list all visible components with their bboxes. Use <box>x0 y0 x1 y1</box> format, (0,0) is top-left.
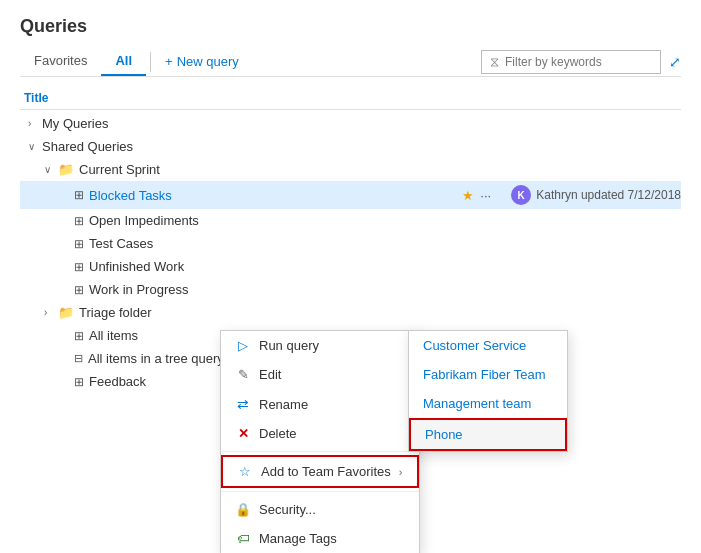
submenu-item-customer-service[interactable]: Customer Service <box>409 331 567 360</box>
expand-icon[interactable]: ⤢ <box>669 54 681 70</box>
label-triage-folder: Triage folder <box>79 305 152 320</box>
tag-icon: 🏷 <box>235 531 251 546</box>
query-icon-all-items-tree: ⊟ <box>74 352 83 365</box>
context-menu-run-query[interactable]: ▷ Run query <box>221 331 419 360</box>
context-menu-security[interactable]: 🔒 Security... <box>221 495 419 524</box>
submenu-arrow-icon: › <box>399 466 403 478</box>
query-tree: › My Queries ∨ Shared Queries ∨ 📁 Curren… <box>20 112 681 393</box>
delete-icon: ✕ <box>235 426 251 441</box>
run-query-label: Run query <box>259 338 319 353</box>
manage-tags-label: Manage Tags <box>259 531 337 546</box>
tree-item-current-sprint[interactable]: ∨ 📁 Current Sprint <box>20 158 681 181</box>
query-icon-blocked: ⊞ <box>74 188 84 202</box>
tree-item-work-in-progress[interactable]: ⊞ Work in Progress <box>20 278 681 301</box>
label-current-sprint: Current Sprint <box>79 162 160 177</box>
updated-text-blocked: Kathryn updated 7/12/2018 <box>536 188 681 202</box>
rename-icon: ⇄ <box>235 396 251 412</box>
page-title: Queries <box>20 16 681 37</box>
tree-item-open-impediments[interactable]: ⊞ Open Impediments <box>20 209 681 232</box>
rename-label: Rename <box>259 397 308 412</box>
chevron-shared-queries: ∨ <box>28 141 42 152</box>
tree-item-shared-queries[interactable]: ∨ Shared Queries <box>20 135 681 158</box>
query-icon-work-in-prog: ⊞ <box>74 283 84 297</box>
queries-page: Queries Favorites All + New query ⧖ ⤢ Ti… <box>0 0 701 409</box>
separator-2 <box>221 491 419 492</box>
star-icon-blocked[interactable]: ★ <box>462 188 474 203</box>
label-all-items: All items <box>89 328 138 343</box>
tabs-bar: Favorites All + New query ⧖ ⤢ <box>20 47 681 77</box>
new-query-label: New query <box>177 54 239 69</box>
query-icon-test-cases: ⊞ <box>74 237 84 251</box>
label-unfinished-work: Unfinished Work <box>89 259 184 274</box>
filter-input-wrap[interactable]: ⧖ <box>481 50 661 74</box>
run-icon: ▷ <box>235 338 251 353</box>
tree-item-blocked-tasks[interactable]: ⊞ Blocked Tasks ★ ··· K Kathryn updated … <box>20 181 681 209</box>
column-header-title: Title <box>20 87 681 110</box>
context-menu-edit[interactable]: ✎ Edit <box>221 360 419 389</box>
query-icon-open-imp: ⊞ <box>74 214 84 228</box>
tree-item-triage-folder[interactable]: › 📁 Triage folder <box>20 301 681 324</box>
tree-item-my-queries[interactable]: › My Queries <box>20 112 681 135</box>
tab-favorites[interactable]: Favorites <box>20 47 101 76</box>
tab-all[interactable]: All <box>101 47 146 76</box>
submenu-team-favorites: Customer Service Fabrikam Fiber Team Man… <box>408 330 568 452</box>
avatar-blocked: K <box>511 185 531 205</box>
chevron-current-sprint: ∨ <box>44 164 58 175</box>
submenu-item-management-team[interactable]: Management team <box>409 389 567 418</box>
more-icon-blocked[interactable]: ··· <box>480 188 491 203</box>
separator-1 <box>221 451 419 452</box>
tab-divider <box>150 52 151 72</box>
label-all-items-tree: All items in a tree query <box>88 351 224 366</box>
add-to-team-favorites-label: Add to Team Favorites <box>261 464 391 479</box>
context-menu: ▷ Run query ✎ Edit ⇄ Rename ✕ Delete ☆ A… <box>220 330 420 553</box>
context-menu-add-to-team-favorites[interactable]: ☆ Add to Team Favorites › <box>221 455 419 488</box>
label-feedback: Feedback <box>89 374 146 389</box>
tree-item-test-cases[interactable]: ⊞ Test Cases <box>20 232 681 255</box>
chevron-triage: › <box>44 307 58 318</box>
label-open-impediments: Open Impediments <box>89 213 199 228</box>
tree-item-unfinished-work[interactable]: ⊞ Unfinished Work <box>20 255 681 278</box>
new-query-button[interactable]: + New query <box>155 50 249 73</box>
label-work-in-progress: Work in Progress <box>89 282 188 297</box>
filter-input[interactable] <box>505 55 652 69</box>
edit-label: Edit <box>259 367 281 382</box>
filter-icon: ⧖ <box>490 54 499 70</box>
query-icon-unfinished: ⊞ <box>74 260 84 274</box>
folder-icon-current-sprint: 📁 <box>58 162 74 177</box>
label-shared-queries: Shared Queries <box>42 139 133 154</box>
security-label: Security... <box>259 502 316 517</box>
context-menu-delete[interactable]: ✕ Delete <box>221 419 419 448</box>
label-blocked-tasks: Blocked Tasks <box>89 188 172 203</box>
folder-icon-triage: 📁 <box>58 305 74 320</box>
add-fav-icon: ☆ <box>237 464 253 479</box>
updated-info-blocked: K Kathryn updated 7/12/2018 <box>511 185 681 205</box>
chevron-my-queries: › <box>28 118 42 129</box>
filter-box: ⧖ ⤢ <box>481 50 681 74</box>
label-test-cases: Test Cases <box>89 236 153 251</box>
plus-icon: + <box>165 54 173 69</box>
query-icon-feedback: ⊞ <box>74 375 84 389</box>
edit-icon: ✎ <box>235 367 251 382</box>
security-icon: 🔒 <box>235 502 251 517</box>
query-icon-all-items: ⊞ <box>74 329 84 343</box>
delete-label: Delete <box>259 426 297 441</box>
context-menu-manage-tags[interactable]: 🏷 Manage Tags <box>221 524 419 553</box>
submenu-item-phone[interactable]: Phone <box>409 418 567 451</box>
context-menu-rename[interactable]: ⇄ Rename <box>221 389 419 419</box>
label-my-queries: My Queries <box>42 116 108 131</box>
submenu-item-fabrikam-fiber-team[interactable]: Fabrikam Fiber Team <box>409 360 567 389</box>
